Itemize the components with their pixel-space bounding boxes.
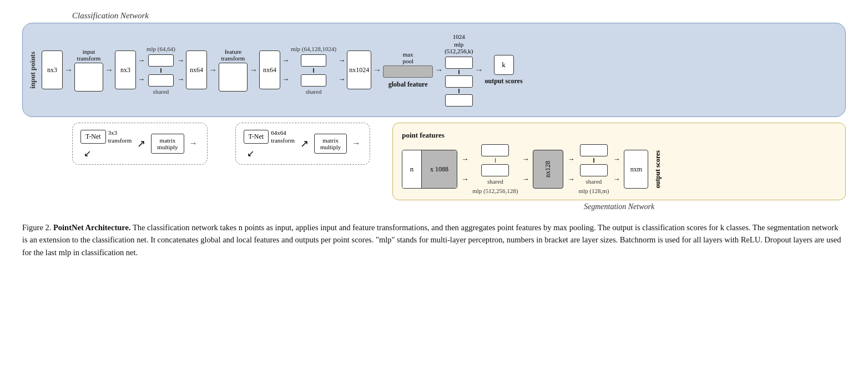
mlp-512-256-k-section: 1024 mlp(512,256,k) <box>445 33 473 107</box>
tnet-1-label: T-Net <box>80 130 106 144</box>
input-transform-section: inputtransform <box>74 48 103 92</box>
tnet-2-box: T-Net 64x64transform ↙ ↗ matrixmultiply … <box>235 123 371 165</box>
classification-network-box: input points nx3 → inputtransform → nx3 … <box>22 23 846 117</box>
seg-network-wrapper: point features n x 1088 → → <box>392 123 846 211</box>
tnet1-left: T-Net 3x3transform ↙ <box>80 129 132 159</box>
tnet1-wrapper: T-Net 3x3transform ↙ ↗ matrixmultiply → <box>72 123 208 165</box>
tnet2-wrapper: T-Net 64x64transform ↙ ↗ matrixmultiply … <box>235 123 371 165</box>
label-1024: 1024 <box>453 33 465 40</box>
mlp-512-256-k-label: mlp(512,256,k) <box>445 41 473 54</box>
caption-bold: PointNet Architecture. <box>53 223 131 232</box>
tnet-2-transform-label: 64x64transform <box>271 129 295 145</box>
seg-mlp-box-2a <box>580 144 608 156</box>
matrix-multiply-2: matrixmultiply <box>314 134 347 154</box>
mlp-64-64-boxes <box>148 54 174 87</box>
maxpool-global-section: maxpool global feature <box>383 51 433 89</box>
multi-arrow-mlp2: → → <box>282 56 289 84</box>
seg-mlp-connector-2 <box>593 158 594 163</box>
mlp-box-1b <box>148 74 174 87</box>
mlp-connector-3a <box>458 70 460 74</box>
nx64-box-1: nx64 <box>186 50 207 89</box>
matrix-multiply-1: matrixmultiply <box>151 134 184 154</box>
mlp-64-64-label: mlp (64,64) <box>147 45 175 52</box>
nx1088-box: n x 1088 <box>402 150 457 189</box>
mlp-64-128-1024-section: mlp (64,128,1024) shared <box>291 45 336 95</box>
seg-shared-label-1: shared <box>487 178 503 185</box>
arrow-7: → <box>475 66 483 74</box>
tnet2-fork-arrow: ↗ <box>300 138 309 150</box>
x1088-label: x 1088 <box>422 150 457 188</box>
seg-mlp-512-256-128-boxes <box>481 144 509 176</box>
n-label: n <box>402 150 421 188</box>
k-box: k <box>494 55 514 75</box>
mlp-connector-3b <box>458 89 460 93</box>
mlp-connector-2 <box>313 68 314 73</box>
mlp-box-3b <box>445 75 473 88</box>
multi-arrow-mlp2-out: → → <box>338 56 345 84</box>
seg-mlp-box-1b <box>481 164 509 176</box>
mlp-box-1a <box>148 54 174 67</box>
output-scores-label: output scores <box>485 77 522 85</box>
nx64-box-2: nx64 <box>259 50 280 89</box>
arrow-3: → <box>209 66 217 74</box>
nx1024-box: nx1024 <box>347 50 371 89</box>
multi-arrow-mlp1: → → <box>138 56 145 84</box>
feature-transform-box <box>219 63 248 92</box>
mlp-connector-1 <box>160 68 162 73</box>
arrow-6: → <box>435 66 443 74</box>
nx3-box-2: nx3 <box>115 50 136 89</box>
seg-multi-arrow-3: → → <box>567 155 574 184</box>
output-section: k output scores <box>485 55 522 85</box>
arrow-4: → <box>249 66 258 74</box>
figure-number: Figure 2. <box>22 223 51 232</box>
figure-caption: Figure 2. PointNet Architecture. The cla… <box>22 221 844 259</box>
global-feature-label: global feature <box>388 80 428 89</box>
seg-mlp-box-1a <box>481 144 509 156</box>
input-transform-label: inputtransform <box>77 48 101 62</box>
feature-transform-section: featuretransform <box>219 48 248 92</box>
shared-label-1: shared <box>153 88 169 95</box>
input-transform-box <box>74 63 103 92</box>
seg-output-scores-label: output scores <box>654 150 662 188</box>
segmentation-network-box: point features n x 1088 → → <box>392 123 846 200</box>
mlp-64-128-1024-boxes <box>301 54 326 87</box>
seg-multi-arrow-4: → → <box>613 155 620 184</box>
seg-shared-label-2: shared <box>586 178 602 185</box>
seg-mlp-128-m-boxes <box>580 144 608 176</box>
mlp-box-2a <box>301 54 326 67</box>
seg-multi-arrow-2: → → <box>522 155 529 184</box>
mlp-box-2b <box>301 74 326 87</box>
seg-multi-arrow-1: → → <box>461 155 468 184</box>
seg-mlp-128-m-section: shared mlp (128,m) <box>578 144 609 194</box>
tnet-1-inner: T-Net 3x3transform ↙ ↗ matrixmultiply → <box>80 129 199 159</box>
tnet-1-box: T-Net 3x3transform ↙ ↗ matrixmultiply → <box>72 123 208 165</box>
tnet-1-transform-label: 3x3transform <box>108 129 132 145</box>
input-points-label: input points <box>28 52 37 89</box>
arrow-5: → <box>373 66 381 74</box>
tnet1-top-row: T-Net 3x3transform <box>80 129 132 145</box>
shared-label-2: shared <box>306 88 322 95</box>
tnet-2-inner: T-Net 64x64transform ↙ ↗ matrixmultiply … <box>244 129 362 159</box>
arrow-2: → <box>105 66 113 74</box>
tnet1-arrow-left: ↙ <box>84 148 91 159</box>
point-features-title: point features <box>402 131 836 140</box>
mlp-box-3c <box>445 94 473 107</box>
mlp-512-256-k-boxes <box>445 57 473 107</box>
seg-inner: n x 1088 → → <box>402 144 836 194</box>
mlp-64-128-1024-label: mlp (64,128,1024) <box>291 45 336 52</box>
classification-network-label: Classification Network <box>72 11 846 21</box>
global-feature-bar <box>383 65 433 78</box>
nxm-box: nxm <box>624 150 648 189</box>
tnet-2-label: T-Net <box>244 130 269 144</box>
tnet2-out-arrow: → <box>352 139 360 148</box>
arrow-1: → <box>64 66 73 74</box>
multi-arrow-mlp1-out: → → <box>177 56 184 84</box>
tnet1-out-arrow: → <box>189 139 198 148</box>
tnet1-fork-arrow: ↗ <box>137 138 145 150</box>
seg-mlp-512-256-128-label: mlp (512,256,128) <box>472 188 518 194</box>
seg-mlp-connector-1 <box>495 158 496 163</box>
tnet2-arrow-left: ↙ <box>247 148 254 159</box>
tnet2-left: T-Net 64x64transform ↙ <box>244 129 295 159</box>
mlp-box-3a <box>445 57 473 69</box>
feature-transform-label: featuretransform <box>221 48 245 62</box>
